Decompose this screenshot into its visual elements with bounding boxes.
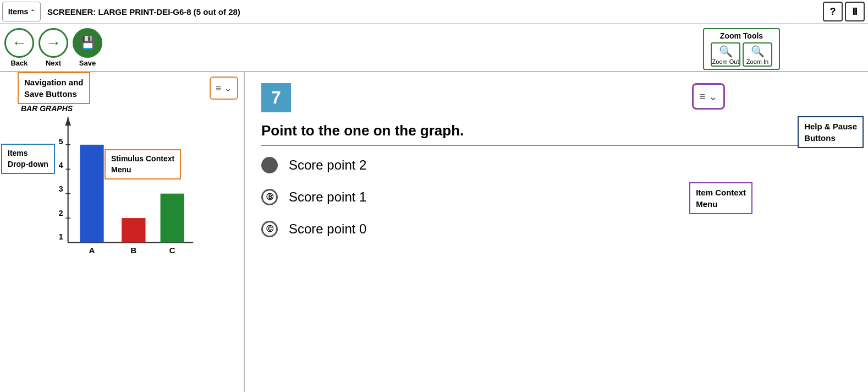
hamburger-icon: ≡ ⌄ <box>216 82 233 94</box>
items-dropdown[interactable]: Items ⌃ <box>2 2 41 21</box>
zoom-out-button[interactable]: 🔍 Zoom Out <box>711 42 740 67</box>
svg-text:5: 5 <box>58 137 63 146</box>
option-text-b: Score point 1 <box>289 189 366 205</box>
item-context-menu-button[interactable]: ≡ ⌄ <box>692 83 725 110</box>
svg-text:A: A <box>89 246 95 255</box>
item-context-label: Item ContextMenu <box>696 188 746 209</box>
top-right-buttons: ? ⏸ <box>823 2 865 21</box>
pause-button[interactable]: ⏸ <box>845 2 865 21</box>
nav-bar: Navigation andSave Buttons ← Back → Next… <box>0 24 868 72</box>
list-item[interactable]: Ⓑ Score point 1 <box>261 189 851 205</box>
stimulus-context-menu-button[interactable]: ≡ ⌄ <box>210 77 238 100</box>
svg-text:3: 3 <box>58 184 63 193</box>
zoom-tools-group: Zoom Tools 🔍 Zoom Out 🔍 Zoom In <box>703 28 780 70</box>
item-question: Point to the one on the graph. <box>261 122 851 146</box>
zoom-out-label: Zoom Out <box>712 58 739 65</box>
list-item[interactable]: Score point 2 <box>261 157 851 173</box>
back-button[interactable]: ← Back <box>4 28 34 67</box>
help-button[interactable]: ? <box>823 2 843 21</box>
item-context-annotation: Item ContextMenu <box>689 182 752 214</box>
option-circle-a <box>261 157 278 173</box>
help-pause-annotation: Help & PauseButtons <box>798 116 864 148</box>
option-text-c: Score point 0 <box>289 221 366 237</box>
zoom-in-icon: 🔍 <box>751 45 765 58</box>
next-arrow-icon: → <box>46 34 61 52</box>
stimulus-context-annotation: Stimulus ContextMenu <box>105 149 181 179</box>
option-text-a: Score point 2 <box>289 157 366 173</box>
main-content: ≡ ⌄ Stimulus ContextMenu ItemsDrop-down … <box>0 72 868 392</box>
context-menu-icon: ≡ ⌄ <box>699 90 718 103</box>
nav-save-annotation: Navigation andSave Buttons <box>18 72 90 104</box>
back-arrow-icon: ← <box>12 34 27 52</box>
left-panel: ≡ ⌄ Stimulus ContextMenu ItemsDrop-down … <box>0 72 245 392</box>
answer-options: Score point 2 Ⓑ Score point 1 Ⓒ Score po… <box>261 157 851 237</box>
bar-chart-svg: 5 4 3 2 1 A B C <box>45 117 210 260</box>
chevron-down-icon: ⌃ <box>30 9 35 15</box>
zoom-out-icon: 🔍 <box>719 45 733 58</box>
back-label: Back <box>10 59 28 67</box>
save-label: Save <box>79 59 96 67</box>
next-label: Next <box>46 59 61 67</box>
item-number: 7 <box>261 83 291 112</box>
svg-rect-10 <box>160 194 184 243</box>
svg-text:B: B <box>130 246 136 255</box>
save-disk-icon: 💾 <box>80 36 95 50</box>
option-circle-c: Ⓒ <box>261 221 278 237</box>
screener-title: SCREENER: LARGE PRINT-DEI-G6-8 (5 out of… <box>47 7 823 17</box>
zoom-tools-label: Zoom Tools <box>720 31 763 40</box>
svg-text:4: 4 <box>58 161 63 170</box>
svg-text:2: 2 <box>58 209 63 217</box>
nav-save-label: Navigation andSave Buttons <box>24 78 84 99</box>
svg-rect-8 <box>80 145 103 243</box>
svg-text:C: C <box>169 246 175 255</box>
list-item[interactable]: Ⓒ Score point 0 <box>261 221 851 237</box>
svg-rect-9 <box>122 218 145 242</box>
svg-text:1: 1 <box>58 232 63 241</box>
option-circle-b: Ⓑ <box>261 189 278 205</box>
right-panel: ≡ ⌄ Item ContextMenu Help & PauseButtons… <box>245 72 868 392</box>
bar-chart: 5 4 3 2 1 A B C <box>29 117 216 271</box>
next-button[interactable]: → Next <box>39 28 68 67</box>
help-pause-label: Help & PauseButtons <box>804 122 857 143</box>
svg-marker-2 <box>65 117 71 126</box>
zoom-in-button[interactable]: 🔍 Zoom In <box>743 42 772 67</box>
zoom-in-label: Zoom In <box>746 58 768 65</box>
bar-graph-title: BAR GRAPHS <box>21 104 73 113</box>
stimulus-context-label: Stimulus ContextMenu <box>111 154 174 174</box>
items-dropdown-annotation: ItemsDrop-down <box>1 144 55 174</box>
top-bar: Items ⌃ SCREENER: LARGE PRINT-DEI-G6-8 (… <box>0 0 868 24</box>
save-button[interactable]: 💾 Save <box>73 28 102 67</box>
items-label: Items <box>8 7 29 16</box>
items-dropdown-label: ItemsDrop-down <box>8 149 48 168</box>
